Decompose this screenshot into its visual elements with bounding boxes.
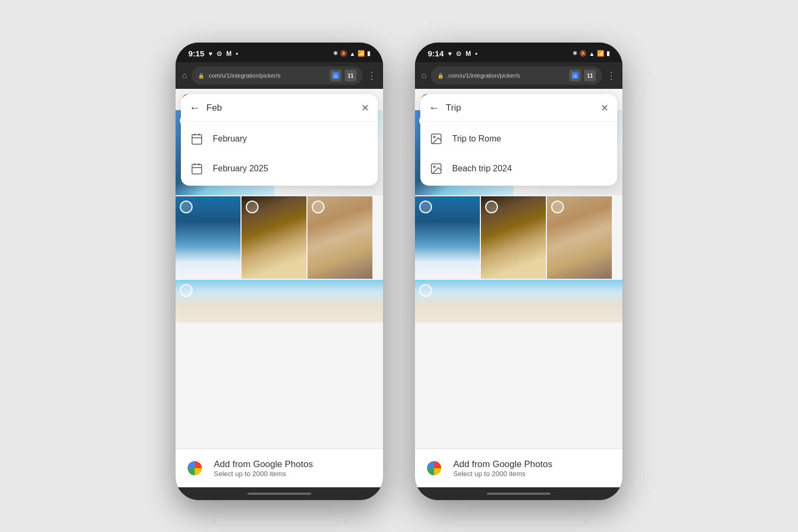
photo-cell-6-left[interactable] <box>176 280 383 322</box>
search-results-left: February February 2025 <box>181 122 378 186</box>
select-circle-5-left[interactable] <box>312 201 325 213</box>
photo-cell-6-right[interactable] <box>415 280 622 322</box>
ext-icon-left[interactable]: G <box>330 70 342 81</box>
svg-point-33 <box>434 166 435 168</box>
svg-text:G: G <box>334 74 337 79</box>
menu-icon-right[interactable]: ⋮ <box>606 70 616 81</box>
result-text-1-right: Beach trip 2024 <box>452 164 512 173</box>
url-text-left: .com/u/1/integration/picker/s <box>207 72 327 79</box>
ext-icon-right[interactable]: G <box>569 70 581 81</box>
search-overlay-right: ← Trip ✕ Trip to Rome <box>420 94 617 186</box>
bottom-bar-left[interactable]: Add from Google Photos Select up to 2000… <box>176 448 383 487</box>
status-dot-home-r: ⊙ <box>456 50 461 57</box>
phone-right: 9:14 ♥ ⊙ M • ✳ 🔕 ▲ 📶 ▮ ⌂ 🔒 .com/u/1/inte… <box>415 43 622 500</box>
photo-cell-4-right[interactable] <box>481 196 546 279</box>
result-text-1-left: February 2025 <box>213 164 268 173</box>
select-circle-6-right[interactable] <box>419 284 432 297</box>
image-icon-1-right <box>429 161 444 176</box>
search-input-left[interactable]: Feb <box>206 103 355 113</box>
status-time-right: 9:14 <box>428 49 444 58</box>
select-circle-3-left[interactable] <box>180 201 193 213</box>
photo-cell-5-left[interactable] <box>307 196 372 279</box>
bottom-bar-subtitle-left: Select up to 2000 items <box>214 470 375 478</box>
status-dot-r: • <box>475 50 477 57</box>
wifi-icon: ▲ <box>350 51 355 57</box>
status-dot-mail-r: M <box>466 50 471 57</box>
result-text-0-right: Trip to Rome <box>452 134 501 144</box>
search-overlay-left: ← Feb ✕ Februar <box>181 94 378 186</box>
home-indicator-left <box>176 487 383 500</box>
browser-bar-right: ⌂ 🔒 .com/u/1/integration/picker/s G 11 ⋮ <box>415 62 622 89</box>
photo-row-2-right <box>415 196 622 279</box>
url-bar-right[interactable]: 🔒 .com/u/1/integration/picker/s G 11 <box>431 66 602 85</box>
image-icon-0-right <box>429 131 444 146</box>
status-dot: • <box>236 50 238 57</box>
home-indicator-right <box>415 487 622 500</box>
url-bar-left[interactable]: 🔒 .com/u/1/integration/picker/s G 11 <box>192 66 363 85</box>
svg-rect-2 <box>192 135 202 144</box>
calendar-icon-1-left <box>189 161 204 176</box>
home-icon-right[interactable]: ⌂ <box>421 71 427 80</box>
search-input-right[interactable]: Trip <box>446 103 594 113</box>
photo-row-3-right <box>415 280 622 322</box>
svg-rect-6 <box>192 164 202 174</box>
search-results-right: Trip to Rome Beach trip 2024 <box>420 122 617 186</box>
phones-container: 9:15 ♥ ⊙ M • ✳ 🔕 ▲ 📶 ▮ ⌂ 🔒 .com/u/1/inte… <box>176 32 622 500</box>
mute-icon-r: 🔕 <box>579 50 587 57</box>
status-dot-home: ⊙ <box>217 50 222 57</box>
status-dot-mail: M <box>226 50 231 57</box>
tab-count-right[interactable]: 11 <box>584 70 596 81</box>
clear-button-left[interactable]: ✕ <box>361 102 369 114</box>
calendar-icon-0-left <box>189 131 204 146</box>
back-button-left[interactable]: ← <box>189 102 200 114</box>
bottom-bar-subtitle-right: Select up to 2000 items <box>453 470 614 478</box>
svg-text:G: G <box>573 74 577 79</box>
select-circle-3-right[interactable] <box>419 201 432 213</box>
search-result-1-right[interactable]: Beach trip 2024 <box>420 154 617 184</box>
bluetooth-icon: ✳ <box>333 50 338 57</box>
tab-count-left[interactable]: 11 <box>345 70 356 81</box>
lock-icon-left: 🔒 <box>198 73 204 79</box>
select-circle-6-left[interactable] <box>180 284 193 297</box>
photo-cell-3-left[interactable] <box>176 196 240 279</box>
status-dot-heart-r: ♥ <box>448 50 452 57</box>
back-button-right[interactable]: ← <box>429 102 439 114</box>
menu-icon-left[interactable]: ⋮ <box>367 70 377 81</box>
photo-row-2-left <box>176 196 383 279</box>
select-circle-4-left[interactable] <box>246 201 259 213</box>
search-result-1-left[interactable]: February 2025 <box>181 154 378 184</box>
result-text-0-left: February <box>213 134 247 144</box>
select-circle-4-right[interactable] <box>485 201 498 213</box>
battery-icon: ▮ <box>367 50 370 57</box>
search-bar-right: ← Trip ✕ <box>420 94 617 122</box>
wifi-icon-r: ▲ <box>589 51 595 57</box>
svg-point-31 <box>434 136 435 138</box>
url-text-right: .com/u/1/integration/picker/s <box>447 72 566 79</box>
photo-row-3-left <box>176 280 383 322</box>
photo-cell-4-left[interactable] <box>242 196 306 279</box>
select-circle-5-right[interactable] <box>551 201 564 213</box>
home-icon-left[interactable]: ⌂ <box>182 71 187 80</box>
photo-cell-5-right[interactable] <box>547 196 612 279</box>
phone-content-right: ← Trip ✕ Trip to Rome <box>415 89 622 487</box>
search-result-0-right[interactable]: Trip to Rome <box>420 124 617 154</box>
status-time-left: 9:15 <box>188 49 204 58</box>
bottom-bar-title-right: Add from Google Photos <box>453 459 614 470</box>
lock-icon-right: 🔒 <box>437 73 444 79</box>
bluetooth-icon-r: ✳ <box>572 50 577 57</box>
google-photos-logo-right <box>423 458 445 479</box>
status-bar-right: 9:14 ♥ ⊙ M • ✳ 🔕 ▲ 📶 ▮ <box>415 43 622 62</box>
search-result-0-left[interactable]: February <box>181 124 378 154</box>
photo-cell-3-right[interactable] <box>415 196 480 279</box>
home-bar-right <box>487 493 551 495</box>
battery-icon-r: ▮ <box>606 50 610 57</box>
bottom-bar-right[interactable]: Add from Google Photos Select up to 2000… <box>415 448 622 487</box>
search-bar-left: ← Feb ✕ <box>181 94 378 122</box>
google-photos-logo-left <box>184 458 205 479</box>
status-bar-left: 9:15 ♥ ⊙ M • ✳ 🔕 ▲ 📶 ▮ <box>176 43 383 62</box>
browser-bar-left: ⌂ 🔒 .com/u/1/integration/picker/s G 11 ⋮ <box>176 62 383 89</box>
home-bar-left <box>247 493 311 495</box>
phone-content-left: ← Feb ✕ Februar <box>176 89 383 487</box>
clear-button-right[interactable]: ✕ <box>601 102 609 114</box>
mute-icon: 🔕 <box>340 50 347 57</box>
